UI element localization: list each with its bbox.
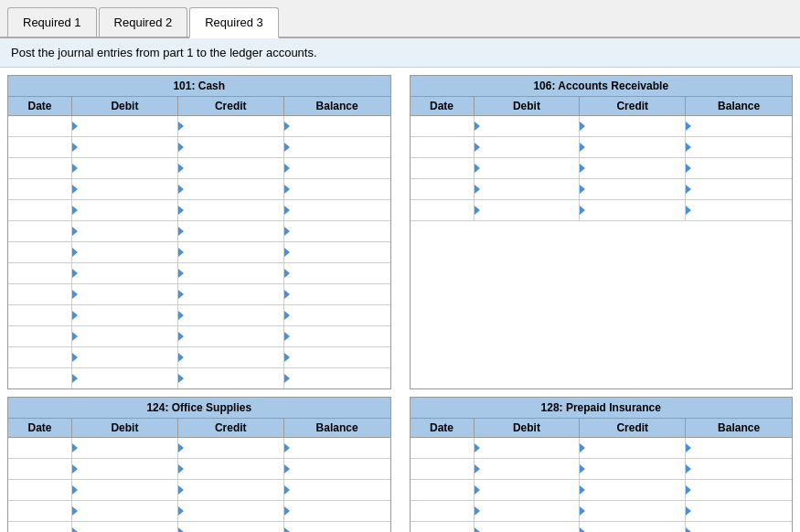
cell-debit[interactable] xyxy=(475,438,581,458)
input-credit[interactable] xyxy=(182,203,280,214)
cell-credit[interactable] xyxy=(178,459,284,479)
cell-balance[interactable] xyxy=(686,116,792,136)
input-credit[interactable] xyxy=(182,441,280,452)
input-debit[interactable] xyxy=(478,182,576,193)
cell-date[interactable] xyxy=(8,116,72,136)
cell-credit[interactable] xyxy=(178,501,284,521)
input-date[interactable] xyxy=(12,161,68,172)
cell-balance[interactable] xyxy=(284,305,390,325)
cell-credit[interactable] xyxy=(580,459,686,479)
input-credit[interactable] xyxy=(182,525,280,532)
cell-credit[interactable] xyxy=(178,480,284,500)
input-balance[interactable] xyxy=(288,441,387,452)
input-debit[interactable] xyxy=(478,462,576,473)
input-date[interactable] xyxy=(414,441,470,452)
cell-credit[interactable] xyxy=(178,158,284,178)
cell-credit[interactable] xyxy=(178,179,284,199)
input-debit[interactable] xyxy=(76,245,174,256)
cell-debit[interactable] xyxy=(475,179,581,199)
input-debit[interactable] xyxy=(76,329,174,340)
cell-date[interactable] xyxy=(8,305,72,325)
tab-required2[interactable]: Required 2 xyxy=(99,7,188,37)
cell-credit[interactable] xyxy=(580,179,686,199)
cell-balance[interactable] xyxy=(284,347,390,367)
input-date[interactable] xyxy=(12,119,68,130)
input-date[interactable] xyxy=(414,182,470,193)
cell-debit[interactable] xyxy=(72,326,178,346)
cell-balance[interactable] xyxy=(284,158,390,178)
input-debit[interactable] xyxy=(76,287,174,298)
cell-balance[interactable] xyxy=(686,137,792,157)
cell-date[interactable] xyxy=(411,438,475,458)
cell-credit[interactable] xyxy=(580,158,686,178)
cell-date[interactable] xyxy=(8,137,72,157)
input-balance[interactable] xyxy=(288,140,387,151)
input-credit[interactable] xyxy=(182,245,280,256)
input-debit[interactable] xyxy=(478,140,576,151)
cell-debit[interactable] xyxy=(72,459,178,479)
input-debit[interactable] xyxy=(478,525,576,532)
cell-date[interactable] xyxy=(411,179,475,199)
cell-date[interactable] xyxy=(411,480,475,500)
input-date[interactable] xyxy=(414,462,470,473)
input-credit[interactable] xyxy=(182,119,280,130)
cell-balance[interactable] xyxy=(686,438,792,458)
cell-date[interactable] xyxy=(8,438,72,458)
cell-date[interactable] xyxy=(411,137,475,157)
cell-balance[interactable] xyxy=(284,501,390,521)
cell-balance[interactable] xyxy=(686,200,792,220)
cell-date[interactable] xyxy=(8,326,72,346)
input-date[interactable] xyxy=(12,287,68,298)
input-balance[interactable] xyxy=(689,462,788,473)
input-debit[interactable] xyxy=(478,119,576,130)
cell-credit[interactable] xyxy=(178,137,284,157)
cell-credit[interactable] xyxy=(178,284,284,304)
cell-date[interactable] xyxy=(8,347,72,367)
input-credit[interactable] xyxy=(182,161,280,172)
input-credit[interactable] xyxy=(583,504,681,515)
tab-required1[interactable]: Required 1 xyxy=(7,7,97,37)
cell-debit[interactable] xyxy=(475,200,581,220)
cell-balance[interactable] xyxy=(284,137,390,157)
input-balance[interactable] xyxy=(288,462,387,473)
cell-debit[interactable] xyxy=(72,158,178,178)
cell-credit[interactable] xyxy=(580,116,686,136)
input-debit[interactable] xyxy=(478,161,576,172)
input-date[interactable] xyxy=(12,329,68,340)
input-date[interactable] xyxy=(414,140,470,151)
cell-credit[interactable] xyxy=(178,116,284,136)
input-debit[interactable] xyxy=(478,483,576,494)
input-balance[interactable] xyxy=(288,350,387,361)
cell-debit[interactable] xyxy=(72,200,178,220)
input-balance[interactable] xyxy=(689,504,788,515)
cell-debit[interactable] xyxy=(475,116,581,136)
cell-credit[interactable] xyxy=(178,326,284,346)
input-balance[interactable] xyxy=(288,182,387,193)
cell-balance[interactable] xyxy=(284,116,390,136)
input-balance[interactable] xyxy=(689,441,788,452)
input-balance[interactable] xyxy=(288,525,387,532)
cell-debit[interactable] xyxy=(72,480,178,500)
input-balance[interactable] xyxy=(288,161,387,172)
input-balance[interactable] xyxy=(288,483,387,494)
cell-credit[interactable] xyxy=(178,242,284,262)
input-debit[interactable] xyxy=(76,140,174,151)
input-date[interactable] xyxy=(12,350,68,361)
cell-balance[interactable] xyxy=(284,326,390,346)
cell-balance[interactable] xyxy=(284,368,390,388)
input-balance[interactable] xyxy=(689,525,788,532)
cell-debit[interactable] xyxy=(475,522,581,532)
cell-debit[interactable] xyxy=(72,242,178,262)
cell-debit[interactable] xyxy=(475,480,581,500)
input-date[interactable] xyxy=(12,224,68,235)
input-balance[interactable] xyxy=(288,329,387,340)
input-date[interactable] xyxy=(12,462,68,473)
input-credit[interactable] xyxy=(182,350,280,361)
cell-balance[interactable] xyxy=(284,179,390,199)
input-date[interactable] xyxy=(12,371,68,382)
input-credit[interactable] xyxy=(583,525,681,532)
input-balance[interactable] xyxy=(689,483,788,494)
input-debit[interactable] xyxy=(76,350,174,361)
input-credit[interactable] xyxy=(182,483,280,494)
input-date[interactable] xyxy=(12,308,68,319)
